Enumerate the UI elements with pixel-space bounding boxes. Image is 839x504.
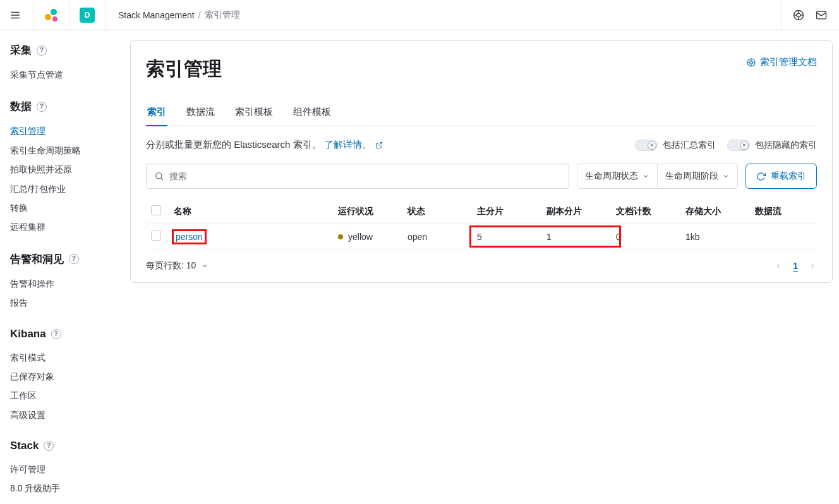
reload-indices-button[interactable]: 重载索引 <box>745 164 817 189</box>
replicas-cell: 1 <box>541 224 611 249</box>
breadcrumb: Stack Management / 索引管理 <box>118 9 240 21</box>
filter-lifecycle-phase[interactable]: 生命周期阶段 <box>658 164 738 189</box>
chevron-down-icon <box>201 262 208 270</box>
description-text: 分别或批量更新您的 Elasticsearch 索引。 了解详情。 <box>146 139 383 151</box>
sidebar-item-license[interactable]: 许可管理 <box>10 460 124 479</box>
next-page-button[interactable] <box>808 261 817 270</box>
sidebar-item-remote-clusters[interactable]: 远程集群 <box>10 217 124 236</box>
elastic-logo[interactable] <box>41 5 61 25</box>
refresh-icon <box>756 172 766 181</box>
help-icon[interactable]: ? <box>37 102 47 112</box>
svg-point-17 <box>156 173 162 179</box>
newsfeed-button[interactable] <box>811 5 831 25</box>
switch-off[interactable]: ✕ <box>635 140 658 151</box>
select-all-checkbox[interactable] <box>151 205 161 215</box>
rows-per-page-label: 每页行数: 10 <box>146 260 196 272</box>
table-row: person yellow open 5 <box>146 224 817 249</box>
tab-datastreams[interactable]: 数据流 <box>185 100 216 126</box>
svg-line-16 <box>378 143 382 147</box>
help-icon[interactable]: ? <box>69 254 79 264</box>
table-header-row: 名称 运行状况 状态 主分片 副本分片 文档计数 存储大小 数据流 <box>146 199 817 224</box>
prev-page-button[interactable] <box>774 261 783 270</box>
page-title: 索引管理 <box>146 56 222 82</box>
rows-per-page-selector[interactable]: 每页行数: 10 <box>146 260 208 272</box>
toggle-include-rollup[interactable]: ✕ 包括汇总索引 <box>635 140 716 151</box>
sidebar-title: Stack <box>10 440 39 452</box>
main-content: 索引管理 索引管理文档 索引 数据流 索引模板 组件模板 分别或批量更新您的 E… <box>124 30 839 504</box>
sidebar-item-upgrade[interactable]: 8.0 升级助手 <box>10 479 124 498</box>
sidebar-section-data: 数据? 索引管理 索引生命周期策略 拍取快照并还原 汇总/打包作业 转换 远程集… <box>10 99 124 236</box>
chevron-down-icon <box>642 172 649 180</box>
annotation-highlight: person <box>174 231 205 243</box>
filter-lifecycle-status[interactable]: 生命周期状态 <box>577 164 658 189</box>
index-management-panel: 索引管理 索引管理文档 索引 数据流 索引模板 组件模板 分别或批量更新您的 E… <box>130 40 833 283</box>
col-size[interactable]: 存储大小 <box>680 199 750 224</box>
svg-line-18 <box>161 178 163 180</box>
index-name-link[interactable]: person <box>176 232 203 242</box>
docs-link[interactable]: 索引管理文档 <box>746 56 817 68</box>
space-avatar-initial: D <box>80 8 95 23</box>
sidebar: 采集? 采集节点管道 数据? 索引管理 索引生命周期策略 拍取快照并还原 汇总/… <box>0 30 124 504</box>
sidebar-section-alerts: 告警和洞见? 告警和操作 报告 <box>10 252 124 313</box>
breadcrumb-parent[interactable]: Stack Management <box>118 10 195 20</box>
col-primaries[interactable]: 主分片 <box>472 199 541 224</box>
health-dot-yellow <box>338 234 343 239</box>
toggle-label: 包括隐藏的索引 <box>755 140 817 151</box>
breadcrumb-current: 索引管理 <box>205 9 240 21</box>
col-replicas[interactable]: 副本分片 <box>541 199 611 224</box>
indices-table: 名称 运行状况 状态 主分片 副本分片 文档计数 存储大小 数据流 <box>146 199 817 249</box>
sidebar-item-reporting[interactable]: 报告 <box>10 293 124 312</box>
help-menu-button[interactable] <box>788 5 809 25</box>
sidebar-item-alerts[interactable]: 告警和操作 <box>10 274 124 293</box>
search-box[interactable] <box>146 164 569 189</box>
tab-component-templates[interactable]: 组件模板 <box>292 100 332 126</box>
sidebar-item-transforms[interactable]: 转换 <box>10 198 124 217</box>
col-stream[interactable]: 数据流 <box>750 199 817 224</box>
sidebar-item-ingest-pipelines[interactable]: 采集节点管道 <box>10 65 124 84</box>
space-avatar[interactable]: D <box>77 5 97 25</box>
sidebar-item-spaces[interactable]: 工作区 <box>10 386 124 405</box>
tab-index-templates[interactable]: 索引模板 <box>234 100 274 126</box>
sidebar-title: 告警和洞见 <box>10 252 64 267</box>
col-health[interactable]: 运行状况 <box>333 199 402 224</box>
size-cell: 1kb <box>680 224 750 249</box>
sidebar-section-stack: Stack? 许可管理 8.0 升级助手 <box>10 440 124 498</box>
sidebar-section-kibana: Kibana? 索引模式 已保存对象 工作区 高级设置 <box>10 328 124 425</box>
primaries-cell: 5 <box>472 224 541 249</box>
external-link-icon <box>375 141 383 149</box>
sidebar-title: 采集 <box>10 43 32 57</box>
svg-point-4 <box>797 13 800 17</box>
col-docs[interactable]: 文档计数 <box>611 199 680 224</box>
search-input[interactable] <box>169 171 561 181</box>
learn-more-link[interactable]: 了解详情。 <box>324 139 371 150</box>
help-icon[interactable]: ? <box>37 45 47 56</box>
lifecycle-filters: 生命周期状态 生命周期阶段 <box>577 164 738 189</box>
page-number[interactable]: 1 <box>790 260 800 272</box>
sidebar-item-ilm[interactable]: 索引生命周期策略 <box>10 141 124 160</box>
sidebar-section-ingest: 采集? 采集节点管道 <box>10 43 124 84</box>
app-header: D Stack Management / 索引管理 <box>0 0 839 30</box>
help-icon[interactable]: ? <box>51 329 61 339</box>
toggle-include-hidden[interactable]: ✕ 包括隐藏的索引 <box>727 140 817 151</box>
status-cell: open <box>402 224 472 249</box>
help-icon[interactable]: ? <box>44 441 54 451</box>
docs-cell: 0 <box>611 224 680 249</box>
col-status[interactable]: 状态 <box>402 199 472 224</box>
reload-label: 重载索引 <box>771 171 806 182</box>
tabs: 索引 数据流 索引模板 组件模板 <box>146 100 817 126</box>
sidebar-item-advanced[interactable]: 高级设置 <box>10 405 124 424</box>
menu-toggle-button[interactable] <box>5 5 25 25</box>
docs-link-label: 索引管理文档 <box>760 56 817 68</box>
col-name[interactable]: 名称 <box>169 199 333 224</box>
sidebar-item-rollup[interactable]: 汇总/打包作业 <box>10 179 124 198</box>
sidebar-item-index-management[interactable]: 索引管理 <box>10 121 124 140</box>
tab-indices[interactable]: 索引 <box>146 100 167 126</box>
sidebar-title: Kibana <box>10 328 46 340</box>
stream-cell <box>750 224 817 249</box>
pagination: 1 <box>774 260 817 272</box>
switch-off[interactable]: ✕ <box>727 140 750 151</box>
sidebar-item-snapshots[interactable]: 拍取快照并还原 <box>10 160 124 179</box>
row-checkbox[interactable] <box>151 231 161 241</box>
sidebar-item-index-patterns[interactable]: 索引模式 <box>10 348 124 367</box>
sidebar-item-saved-objects[interactable]: 已保存对象 <box>10 367 124 386</box>
